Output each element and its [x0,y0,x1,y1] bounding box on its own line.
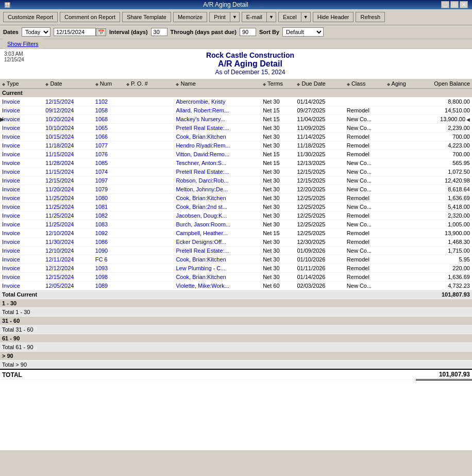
cell-date[interactable]: 12/10/2024 [43,247,93,255]
cell-name[interactable]: Cook, Brian:Kitchen [174,255,261,264]
cell-num[interactable]: 1089 [93,282,124,290]
cell-num[interactable]: 1082 [93,211,124,220]
cell-name[interactable]: Campbell, Heather... [174,229,261,238]
cell-type[interactable]: Invoice [0,97,43,106]
table-row[interactable]: Invoice 11/28/2024 1085 Teschner, Anton:… [0,159,472,168]
cell-date[interactable]: 11/28/2024 [43,159,93,168]
cell-name[interactable]: Violette, Mike:Work... [174,282,261,290]
comment-on-report-button[interactable]: Comment on Report [60,12,120,22]
cell-name[interactable]: Cook, Brian:Kitchen [174,194,261,203]
cell-type[interactable]: Invoice [0,203,43,211]
cell-date[interactable]: 10/10/2024 [43,124,93,133]
cell-type[interactable]: Invoice [0,133,43,141]
cell-num[interactable]: 1068 [93,115,124,124]
date-input[interactable] [54,28,96,36]
cell-date[interactable]: 11/15/2024 [43,150,93,159]
table-row[interactable]: Invoice 11/25/2024 1080 Cook, Brian:Kitc… [0,194,472,203]
cell-num[interactable]: 1086 [93,238,124,247]
print-dropdown-arrow[interactable]: ▼ [230,12,240,22]
cell-name[interactable]: Burch, Jason:Room... [174,220,261,229]
cell-date[interactable]: 12/15/2024 [43,176,93,185]
cell-num[interactable]: 1083 [93,220,124,229]
cell-type[interactable]: Invoice [0,159,43,168]
cell-date[interactable]: 09/12/2024 [43,106,93,115]
cell-date[interactable]: 11/25/2024 [43,194,93,203]
cell-name[interactable]: Pretell Real Estate:... [174,124,261,133]
close-button[interactable]: ✕ [460,1,468,8]
interval-input[interactable] [151,28,167,36]
sort-select[interactable]: Default [282,27,324,37]
share-template-button[interactable]: Share Template [122,12,171,22]
cell-type[interactable]: Invoice [0,247,43,255]
cell-date[interactable]: 11/20/2024 [43,185,93,194]
excel-button[interactable]: Excel [278,12,301,22]
cell-name[interactable]: Mackey's Nursery... [174,115,261,124]
cell-date[interactable]: 11/30/2024 [43,238,93,247]
cell-date[interactable]: 12/10/2024 [43,229,93,238]
cell-name[interactable]: Ecker Designs:Off... [174,238,261,247]
table-row[interactable]: Invoice 11/25/2024 1082 Jacobsen, Doug:K… [0,211,472,220]
cell-num[interactable]: 1092 [93,229,124,238]
table-row[interactable]: ▶Invoice 10/20/2024 1068 Mackey's Nurser… [0,115,472,124]
cell-num[interactable]: 1097 [93,176,124,185]
cell-type[interactable]: Invoice [0,220,43,229]
cell-date[interactable]: 11/18/2024 [43,141,93,150]
cell-num[interactable]: FC 6 [93,255,124,264]
email-button[interactable]: E-mail [242,12,266,22]
cell-name[interactable]: Lew Plumbing - C... [174,264,261,273]
cell-num[interactable]: 1102 [93,97,124,106]
table-row[interactable]: Invoice 11/25/2024 1081 Cook, Brian:2nd … [0,203,472,211]
cell-date[interactable]: 11/25/2024 [43,203,93,211]
refresh-button[interactable]: Refresh [356,12,385,22]
memorize-button[interactable]: Memorize [173,12,207,22]
cell-num[interactable]: 1066 [93,133,124,141]
cell-type[interactable]: Invoice [0,124,43,133]
cell-type[interactable]: Invoice [0,150,43,159]
cell-name[interactable]: Melton, Johnny:De... [174,185,261,194]
table-row[interactable]: Invoice 11/25/2024 1083 Burch, Jason:Roo… [0,220,472,229]
cell-name[interactable]: Teschner, Anton:S... [174,159,261,168]
maximize-button[interactable]: □ [450,1,459,8]
table-row[interactable]: Invoice 12/10/2024 1092 Campbell, Heathe… [0,229,472,238]
calendar-button[interactable]: 📅 [96,28,106,36]
cell-date[interactable]: 12/05/2024 [43,282,93,290]
table-row[interactable]: Invoice 12/15/2024 1102 Abercrombie, Kri… [0,97,472,106]
cell-name[interactable]: Cook, Brian:2nd st... [174,203,261,211]
cell-name[interactable]: Robson, Darci:Rob... [174,176,261,185]
table-row[interactable]: Invoice 12/15/2024 1097 Robson, Darci:Ro… [0,176,472,185]
table-row[interactable]: Invoice 12/15/2024 1098 Cook, Brian:Kitc… [0,273,472,282]
cell-type[interactable]: Invoice [0,238,43,247]
cell-date[interactable]: 12/15/2024 [43,273,93,282]
cell-date[interactable]: 12/12/2024 [43,264,93,273]
cell-type[interactable]: Invoice [0,273,43,282]
cell-num[interactable]: 1090 [93,247,124,255]
show-filters-link[interactable]: Show Filters [3,39,43,49]
cell-num[interactable]: 1080 [93,194,124,203]
cell-num[interactable]: 1077 [93,141,124,150]
hide-header-button[interactable]: Hide Header [313,12,354,22]
cell-type[interactable]: Invoice [0,282,43,290]
table-row[interactable]: Invoice 11/15/2024 1074 Pretell Real Est… [0,168,472,176]
table-row[interactable]: Invoice 10/15/2024 1066 Cook, Brian:Kitc… [0,133,472,141]
table-row[interactable]: Invoice 11/15/2024 1076 Vitton, David:Re… [0,150,472,159]
cell-date[interactable]: 10/15/2024 [43,133,93,141]
through-input[interactable] [240,28,256,36]
cell-num[interactable]: 1098 [93,273,124,282]
table-row[interactable]: Invoice 11/30/2024 1086 Ecker Designs:Of… [0,238,472,247]
table-row[interactable]: Invoice 11/20/2024 1079 Melton, Johnny:D… [0,185,472,194]
cell-num[interactable]: 1065 [93,124,124,133]
customize-report-button[interactable]: Customize Report [3,12,58,22]
cell-type[interactable]: Invoice [0,194,43,203]
cell-name[interactable]: Pretell Real Estate:... [174,247,261,255]
print-button-group[interactable]: Print ▼ [209,12,240,22]
cell-type[interactable]: Invoice [0,168,43,176]
cell-num[interactable]: 1081 [93,203,124,211]
cell-num[interactable]: 1074 [93,168,124,176]
cell-type[interactable]: Invoice [0,229,43,238]
print-button[interactable]: Print [209,12,230,22]
cell-name[interactable]: Pretell Real Estate:... [174,168,261,176]
table-row[interactable]: Invoice 11/18/2024 1077 Hendro Riyadi:Re… [0,141,472,150]
cell-name[interactable]: Cook, Brian:Kitchen [174,133,261,141]
cell-type[interactable]: Invoice [0,185,43,194]
cell-name[interactable]: Abercrombie, Kristy [174,97,261,106]
